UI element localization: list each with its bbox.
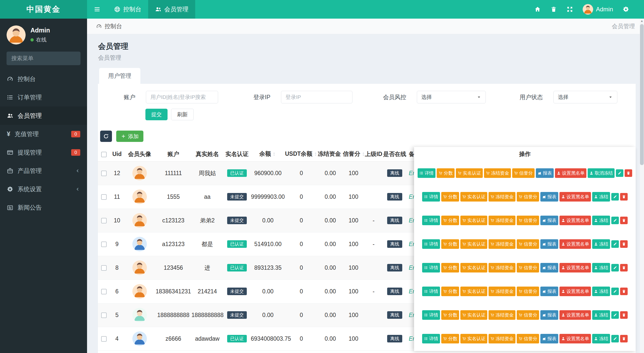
action-credit-score-button[interactable]: 信誉分 [517, 263, 539, 272]
action-freeze-funds-button[interactable]: 冻结资金 [489, 334, 515, 343]
action-score-button[interactable]: 分数 [441, 334, 459, 343]
vertical-scrollbar-thumb[interactable] [640, 24, 644, 165]
delete-button[interactable] [620, 288, 628, 295]
action-credit-score-button[interactable]: 信誉分 [517, 239, 539, 249]
vertical-scrollbar[interactable]: ▲ [640, 19, 644, 353]
sidebar-item-6[interactable]: 系统设置 [0, 180, 87, 198]
sidebar-item-1[interactable]: 订单管理 [0, 88, 87, 106]
refresh-button[interactable]: 刷新 [171, 109, 194, 120]
delete-button[interactable] [620, 311, 628, 319]
action-credit-score-button[interactable]: 信誉分 [512, 168, 535, 178]
sidebar-item-5[interactable]: 产品管理 [0, 162, 87, 180]
navbar-tab-0[interactable]: 控制台 [107, 0, 148, 19]
action-blacklist-button[interactable]: 设置黑名单 [559, 239, 591, 249]
row-checkbox[interactable] [101, 289, 107, 294]
action-freeze-button[interactable]: 冻结 [592, 263, 610, 272]
action-detail-button[interactable]: 详情 [422, 263, 440, 272]
sidebar-toggle-button[interactable] [87, 0, 107, 19]
action-score-button[interactable]: 分数 [441, 216, 459, 225]
login-ip-input[interactable] [281, 91, 352, 103]
action-blacklist-button[interactable]: 设置黑名单 [559, 334, 591, 343]
action-score-button[interactable]: 分数 [441, 263, 459, 272]
col-header-credit[interactable]: 信誉分 [343, 147, 364, 161]
sidebar-item-4[interactable]: 提现管理0 [0, 143, 87, 162]
action-report-button[interactable]: 报表 [540, 192, 558, 202]
action-realname-auth-button[interactable]: 实名认证 [456, 168, 483, 178]
delete-button[interactable] [620, 240, 628, 248]
edit-button[interactable] [616, 169, 623, 177]
action-score-button[interactable]: 分数 [441, 310, 459, 320]
fullscreen-button[interactable] [562, 6, 578, 13]
action-freeze-button[interactable]: 冻结 [592, 287, 610, 296]
action-freeze-funds-button[interactable]: 冻结资金 [489, 192, 515, 202]
action-realname-auth-button[interactable]: 实名认证 [460, 239, 487, 249]
submit-button[interactable]: 提交 [145, 109, 168, 120]
action-freeze-button[interactable]: 冻结 [592, 239, 610, 249]
action-report-button[interactable]: 报表 [536, 168, 554, 178]
scroll-up-arrow[interactable]: ▲ [640, 19, 644, 23]
action-blacklist-button[interactable]: 设置黑名单 [559, 216, 591, 225]
tab-user-management[interactable]: 用户管理 [99, 68, 140, 84]
edit-button[interactable] [611, 240, 619, 248]
row-checkbox[interactable] [101, 194, 107, 200]
action-freeze-funds-button[interactable]: 冻结资金 [489, 310, 515, 320]
action-blacklist-button[interactable]: 设置黑名单 [559, 263, 591, 272]
action-score-button[interactable]: 分数 [441, 287, 459, 296]
breadcrumb[interactable]: 控制台 [96, 22, 122, 30]
col-header-balance[interactable]: 余额 [251, 147, 285, 161]
edit-button[interactable] [611, 217, 619, 224]
delete-button[interactable] [620, 217, 628, 224]
action-freeze-funds-button[interactable]: 冻结资金 [489, 216, 515, 225]
action-freeze-button[interactable]: 冻结 [592, 216, 610, 225]
delete-button[interactable] [620, 264, 628, 271]
row-checkbox[interactable] [101, 336, 107, 342]
action-credit-score-button[interactable]: 信誉分 [517, 334, 539, 343]
action-blacklist-button[interactable]: 设置黑名单 [559, 310, 591, 320]
action-blacklist-button[interactable]: 设置黑名单 [559, 192, 591, 202]
action-report-button[interactable]: 报表 [540, 239, 558, 249]
action-detail-button[interactable]: 详情 [422, 310, 440, 320]
edit-button[interactable] [611, 335, 619, 342]
sidebar-item-0[interactable]: 控制台 [0, 70, 87, 88]
action-detail-button[interactable]: 详情 [422, 216, 440, 225]
admin-menu[interactable]: Admin [578, 4, 618, 15]
action-credit-score-button[interactable]: 信誉分 [517, 216, 539, 225]
action-report-button[interactable]: 报表 [540, 216, 558, 225]
edit-button[interactable] [611, 288, 619, 295]
action-report-button[interactable]: 报表 [540, 310, 558, 320]
action-score-button[interactable]: 分数 [437, 168, 455, 178]
action-report-button[interactable]: 报表 [540, 287, 558, 296]
home-button[interactable] [530, 6, 546, 13]
account-search-input[interactable] [146, 91, 218, 103]
settings-button[interactable] [618, 6, 634, 13]
action-realname-auth-button[interactable]: 实名认证 [460, 310, 487, 320]
action-freeze-funds-button[interactable]: 冻结资金 [484, 168, 511, 178]
sidebar-item-2[interactable]: 会员管理 [0, 106, 87, 125]
row-checkbox[interactable] [101, 218, 107, 223]
action-freeze-button[interactable]: 冻结 [592, 192, 610, 202]
select-all-checkbox[interactable] [101, 152, 107, 157]
navbar-tab-1[interactable]: 会员管理 [148, 0, 195, 19]
action-score-button[interactable]: 分数 [441, 192, 459, 202]
action-detail-button[interactable]: 详情 [422, 239, 440, 249]
edit-button[interactable] [611, 264, 619, 271]
action-freeze-button[interactable]: 冻结 [592, 310, 610, 320]
action-freeze-funds-button[interactable]: 冻结资金 [489, 263, 515, 272]
sidebar-item-7[interactable]: 新闻公告 [0, 198, 87, 217]
action-detail-button[interactable]: 详情 [422, 287, 440, 296]
add-member-button[interactable]: 添加 [116, 131, 143, 142]
col-header-usdt[interactable]: USDT余额 [285, 147, 318, 161]
edit-button[interactable] [611, 311, 619, 319]
clear-cache-button[interactable] [546, 6, 562, 13]
action-credit-score-button[interactable]: 信誉分 [517, 192, 539, 202]
action-score-button[interactable]: 分数 [441, 239, 459, 249]
row-checkbox[interactable] [101, 265, 107, 271]
delete-button[interactable] [620, 335, 628, 342]
col-header-frozen[interactable]: 冻结资金 [318, 147, 343, 161]
action-detail-button[interactable]: 详情 [418, 168, 435, 178]
action-credit-score-button[interactable]: 信誉分 [517, 287, 539, 296]
action-report-button[interactable]: 报表 [540, 263, 558, 272]
action-blacklist-button[interactable]: 设置黑名单 [555, 168, 586, 178]
action-detail-button[interactable]: 详情 [422, 334, 440, 343]
action-report-button[interactable]: 报表 [540, 334, 558, 343]
